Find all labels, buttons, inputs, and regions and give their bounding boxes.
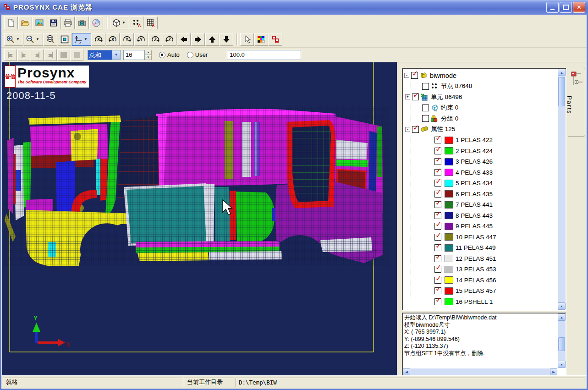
property-label[interactable]: 14 PELAS 456 — [456, 277, 496, 284]
zoom-window-button[interactable] — [44, 33, 57, 46]
property-label[interactable]: 13 PELAS 453 — [456, 266, 496, 273]
tree-row-nodes[interactable]: 节点 87648 — [402, 81, 566, 92]
expander-icon[interactable]: - — [404, 73, 409, 78]
tree-row-constraints[interactable]: 约束 0 — [402, 103, 566, 114]
save-button[interactable] — [47, 16, 60, 29]
tree-property-row[interactable]: ✓7 PELAS 441 — [402, 199, 566, 210]
message-log[interactable]: 开始读入 D:\Temp\BIW\biwmode.dat模型biwmode尺寸X… — [402, 313, 566, 377]
node-labels-button[interactable]: A — [130, 16, 143, 29]
radio-user[interactable]: User — [187, 51, 208, 58]
tree-scrollbar[interactable]: ▲ ▼ — [558, 69, 566, 310]
property-label[interactable]: 15 PELAS 457 — [456, 287, 496, 294]
property-label[interactable]: 16 PSHELL 1 — [456, 298, 493, 305]
tree-row-groups[interactable]: 分组 0 — [402, 113, 566, 124]
property-label[interactable]: 5 PELAS 434 — [456, 180, 493, 187]
constraints-checkbox[interactable] — [422, 104, 429, 111]
scroll-down-button[interactable]: ▼ — [558, 361, 566, 368]
root-checkbox[interactable]: ✓ — [411, 72, 418, 79]
parts-tab[interactable]: Parts — [568, 68, 585, 137]
property-checkbox[interactable]: ✓ — [434, 266, 441, 273]
scroll-right-button[interactable]: ▶ — [550, 368, 557, 376]
elements-label[interactable]: 单元 86496 — [431, 93, 462, 101]
open-file-button[interactable] — [18, 16, 32, 29]
result-combo[interactable]: 总和 ▼ — [88, 50, 121, 60]
log-vscrollbar[interactable]: ▲ ▼ — [558, 313, 566, 368]
property-checkbox[interactable]: ✓ — [434, 298, 441, 305]
property-checkbox[interactable]: ✓ — [434, 277, 441, 284]
model-viewport[interactable]: Y X 普信 Prosynx The Software Development … — [2, 62, 397, 375]
spinner-value[interactable]: 16 — [123, 50, 145, 60]
tree-property-row[interactable]: ✓13 PELAS 453 — [402, 264, 566, 275]
property-label[interactable]: 4 PELAS 433 — [456, 169, 493, 176]
spinner-down-button[interactable]: ▼ — [145, 55, 152, 60]
property-checkbox[interactable]: ✓ — [434, 223, 441, 230]
property-checkbox[interactable]: ✓ — [434, 244, 441, 251]
view-orientation-button[interactable]: x▼ — [72, 33, 91, 46]
property-label[interactable]: 8 PELAS 443 — [456, 212, 493, 219]
property-label[interactable]: 10 PELAS 447 — [456, 234, 496, 241]
rotate-x-pos-button[interactable]: X — [106, 33, 120, 46]
zoom-in-button[interactable]: ▼ — [4, 33, 23, 46]
tree-property-row[interactable]: ✓5 PELAS 434 — [402, 178, 566, 189]
pan-up-button[interactable] — [205, 33, 219, 46]
property-label[interactable]: 6 PELAS 435 — [456, 191, 493, 198]
properties-checkbox[interactable]: ✓ — [412, 126, 419, 133]
property-checkbox[interactable]: ✓ — [434, 287, 441, 294]
radio-user-dot[interactable] — [187, 52, 193, 58]
scroll-up-button[interactable]: ▲ — [558, 69, 566, 76]
nodes-label[interactable]: 节点 87648 — [441, 82, 472, 90]
swatch-b-button[interactable] — [71, 49, 83, 61]
pan-down-button[interactable] — [220, 33, 233, 46]
property-checkbox[interactable]: ✓ — [434, 158, 441, 165]
scroll-thumb[interactable] — [558, 77, 565, 106]
property-checkbox[interactable]: ✓ — [434, 180, 441, 187]
radio-auto[interactable]: Auto — [159, 51, 180, 58]
rotate-z-pos-button[interactable]: Z — [163, 33, 176, 46]
rotate-z-neg-button[interactable]: Z — [148, 33, 162, 46]
snapshot-button[interactable] — [75, 16, 89, 29]
property-checkbox[interactable]: ✓ — [434, 191, 441, 198]
properties-label[interactable]: 属性 125 — [431, 125, 455, 133]
property-checkbox[interactable]: ✓ — [434, 212, 441, 219]
new-file-button[interactable] — [4, 16, 18, 29]
pan-right-button[interactable] — [191, 33, 205, 46]
scale-input[interactable]: 100.0 — [227, 50, 301, 60]
property-label[interactable]: 1 PELAS 422 — [456, 137, 493, 143]
scroll-thumb[interactable] — [558, 337, 565, 351]
tree-property-row[interactable]: ✓2 PELAS 424 — [402, 146, 566, 157]
rotate-x-neg-button[interactable]: X — [92, 33, 105, 46]
elements-checkbox[interactable]: ✓ — [412, 93, 419, 100]
groups-checkbox[interactable] — [422, 115, 429, 122]
prosynx-tool-button[interactable] — [269, 33, 282, 46]
model-tree[interactable]: - ✓ biwmode 节点 87648 + ✓ — [402, 68, 566, 311]
combo-dropdown-button[interactable]: ▼ — [112, 50, 120, 60]
select-pointer-button[interactable] — [240, 33, 254, 46]
property-label[interactable]: 3 PELAS 426 — [456, 158, 493, 165]
tree-property-row[interactable]: ✓11 PELAS 449 — [402, 242, 566, 253]
nodes-checkbox[interactable] — [422, 83, 429, 90]
tree-row-elements[interactable]: + ✓ 单元 86496 — [402, 92, 566, 103]
property-checkbox[interactable]: ✓ — [434, 255, 441, 262]
property-label[interactable]: 2 PELAS 424 — [456, 148, 493, 154]
property-label[interactable]: 11 PELAS 449 — [456, 244, 496, 251]
swatch-a-button[interactable] — [57, 49, 70, 61]
expander-icon[interactable]: - — [405, 127, 410, 132]
rotate-y-pos-button[interactable]: Y — [134, 33, 148, 46]
property-label[interactable]: 7 PELAS 441 — [456, 201, 493, 208]
tree-property-row[interactable]: ✓10 PELAS 447 — [402, 232, 566, 243]
tree-property-row[interactable]: ✓9 PELAS 445 — [402, 221, 566, 232]
tree-property-row[interactable]: ✓6 PELAS 435 — [402, 189, 566, 200]
tree-row-root[interactable]: - ✓ biwmode — [402, 70, 566, 81]
rotate-y-neg-button[interactable]: Y — [120, 33, 134, 46]
property-checkbox[interactable]: ✓ — [434, 137, 441, 143]
scroll-left-button[interactable]: ◀ — [403, 368, 410, 376]
media-cd-button[interactable] — [89, 16, 103, 29]
frame-spinner[interactable]: 16 ▲▼ — [123, 50, 152, 60]
scroll-down-button[interactable]: ▼ — [558, 302, 566, 310]
tree-property-row[interactable]: ✓16 PSHELL 1 — [402, 297, 566, 308]
log-hscrollbar[interactable]: ◀ ▶ — [403, 368, 557, 376]
spinner-up-button[interactable]: ▲ — [145, 50, 152, 55]
minimize-button[interactable] — [546, 2, 559, 13]
tree-property-row[interactable]: ✓1 PELAS 422 — [402, 135, 566, 146]
tree-property-row[interactable]: ✓14 PELAS 456 — [402, 275, 566, 286]
